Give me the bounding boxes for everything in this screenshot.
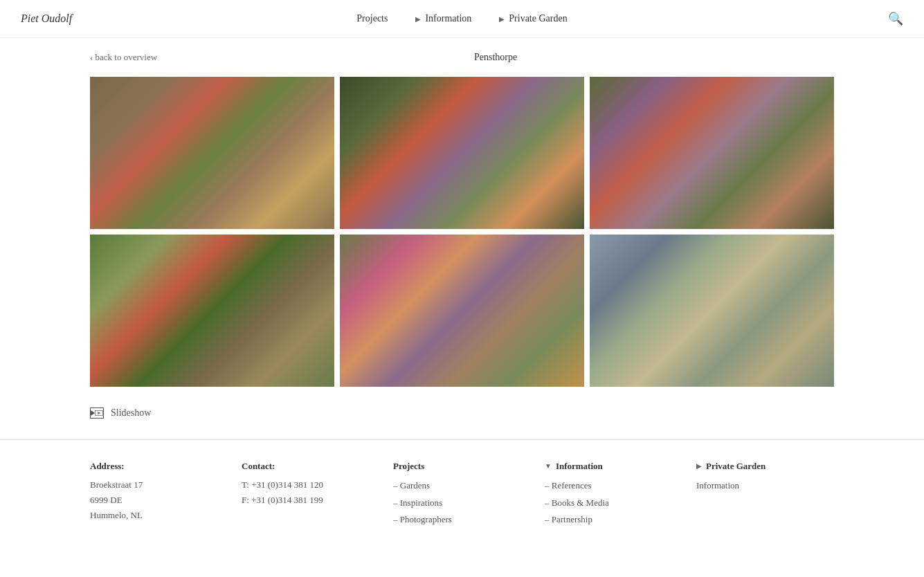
footer-projects: Projects – Gardens – Inspirations – Phot… [393,461,531,529]
gallery-item-6[interactable] [590,235,834,387]
footer-contact-phone: T: +31 (0)314 381 120 [242,477,379,493]
footer-information-link-books[interactable]: – Books & Media [545,495,682,512]
gallery-image-5 [340,235,584,387]
nav-projects-label: Projects [356,13,388,24]
nav-private-garden-label: Private Garden [509,13,567,24]
slideshow-icon [90,407,104,419]
slideshow-svg [95,408,103,418]
footer: Address: Broekstraat 17 6999 DE Hummelo,… [0,439,924,556]
footer-projects-link-photographers[interactable]: – Photographers [393,511,531,529]
footer-projects-link-gardens[interactable]: – Gardens [393,477,531,495]
footer-private-garden-title[interactable]: Private Garden [706,461,766,472]
footer-address: Address: Broekstraat 17 6999 DE Hummelo,… [90,461,228,529]
nav-projects[interactable]: Projects [356,13,388,24]
footer-information-arrow: ▼ [545,462,552,470]
footer-private-garden-arrow: ▶ [696,462,702,470]
back-link[interactable]: ‹ back to overview [90,52,157,63]
gallery-image-3 [590,77,834,229]
gallery-image-4 [90,235,334,387]
footer-address-zip: 6999 DE [90,493,228,508]
footer-projects-link-inspirations[interactable]: – Inspirations [393,495,531,512]
footer-private-garden: ▶ Private Garden Information [696,461,834,529]
gallery-image-6 [590,235,834,387]
nav-information-label: Information [425,13,471,24]
footer-information-link-partnership[interactable]: – Partnership [545,511,682,529]
footer-contact: Contact: T: +31 (0)314 381 120 F: +31 (0… [242,461,379,529]
gallery-item-1[interactable] [90,77,334,229]
footer-information-title[interactable]: Information [556,461,603,472]
footer-private-garden-header: ▶ Private Garden [696,461,834,477]
footer-address-street: Broekstraat 17 [90,477,228,493]
footer-information-header: ▼ Information [545,461,682,477]
footer-information-link-references[interactable]: – References [545,477,682,495]
gallery-item-3[interactable] [590,77,834,229]
main-nav: Projects ▶ Information ▶ Private Garden [356,13,567,24]
footer-projects-title: Projects [393,461,531,472]
gallery-item-5[interactable] [340,235,584,387]
header: Piet Oudolf Projects ▶ Information ▶ Pri… [0,0,924,38]
slideshow-bar: Slideshow [0,401,924,439]
nav-private-garden[interactable]: ▶ Private Garden [499,13,567,24]
nav-private-garden-arrow: ▶ [499,15,505,23]
nav-information[interactable]: ▶ Information [415,13,471,24]
footer-private-garden-link-info[interactable]: Information [696,477,834,495]
nav-information-arrow: ▶ [415,15,421,23]
page-title: Pensthorpe [474,52,517,63]
slideshow-button[interactable]: Slideshow [111,407,151,419]
footer-address-title: Address: [90,461,228,472]
gallery-item-2[interactable] [340,77,584,229]
footer-address-city: Hummelo, NL [90,508,228,523]
gallery-item-4[interactable] [90,235,334,387]
breadcrumb: ‹ back to overview Pensthorpe [0,38,924,70]
gallery-image-2 [340,77,584,229]
footer-contact-fax: F: +31 (0)314 381 199 [242,493,379,508]
svg-marker-1 [98,412,100,414]
footer-information: ▼ Information – References – Books & Med… [545,461,682,529]
footer-contact-title: Contact: [242,461,379,472]
site-logo[interactable]: Piet Oudolf [21,12,72,25]
search-icon[interactable]: 🔍 [888,11,903,26]
gallery [0,70,924,401]
gallery-image-1 [90,77,334,229]
